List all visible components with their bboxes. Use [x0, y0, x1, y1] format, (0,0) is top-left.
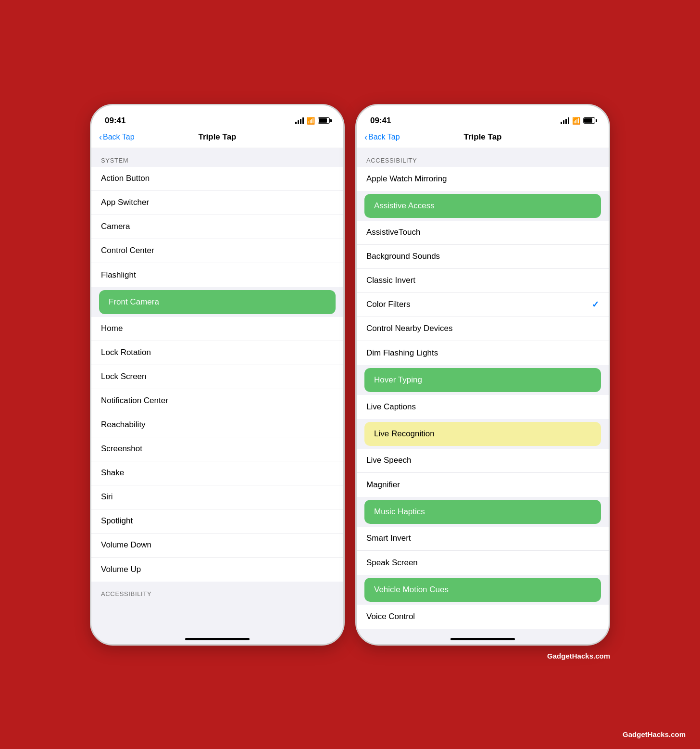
list-item[interactable]: Control Center — [91, 239, 343, 263]
item-label: Hover Typing — [374, 375, 422, 385]
list-item-front-camera[interactable]: Front Camera — [99, 290, 336, 314]
home-bar-right — [450, 638, 515, 640]
status-icons-right: 📶 — [561, 117, 595, 125]
item-label: Speak Screen — [366, 558, 418, 568]
list-item[interactable]: Home — [91, 317, 343, 341]
signal-icon — [295, 117, 304, 124]
item-label: AssistiveTouch — [366, 228, 420, 237]
item-label: Siri — [101, 492, 113, 502]
signal-icon — [561, 117, 569, 124]
item-label: Home — [101, 324, 123, 333]
chevron-left-icon: ‹ — [364, 133, 367, 141]
list-item[interactable]: Control Nearby Devices — [357, 317, 609, 341]
watermark-label: GadgetHacks.com — [623, 730, 686, 738]
list-item[interactable]: App Switcher — [91, 191, 343, 215]
list-item[interactable]: Screenshot — [91, 437, 343, 461]
checkmark-icon: ✓ — [592, 299, 599, 310]
item-label: Camera — [101, 222, 130, 231]
list-item[interactable]: Flashlight — [91, 263, 343, 287]
item-label: Shake — [101, 468, 124, 478]
list-item-assistive-access[interactable]: Assistive Access — [364, 194, 601, 218]
list-item[interactable]: Color Filters ✓ — [357, 293, 609, 317]
section-accessibility-header-right: ACCESSIBILITY — [357, 148, 609, 167]
phone-left: 09:41 📶 ‹ Back Tap Triple Tap SYSTEM — [90, 104, 345, 646]
back-button-right[interactable]: ‹ Back Tap — [364, 133, 400, 141]
item-label: App Switcher — [101, 198, 149, 207]
item-label: Front Camera — [109, 297, 159, 307]
list-item[interactable]: Reachability — [91, 413, 343, 437]
item-label: Music Haptics — [374, 507, 425, 517]
item-label: Classic Invert — [366, 276, 415, 285]
content-left: SYSTEM Action Button App Switcher Camera… — [91, 148, 343, 629]
list-item[interactable]: Siri — [91, 485, 343, 509]
wifi-icon: 📶 — [307, 117, 315, 125]
battery-icon — [318, 117, 330, 124]
nav-title-right: Triple Tap — [463, 132, 501, 142]
list-item[interactable]: Smart Invert — [357, 527, 609, 551]
list-item-vehicle-motion-cues[interactable]: Vehicle Motion Cues — [364, 578, 601, 602]
system-items-list: Action Button App Switcher Camera Contro… — [91, 167, 343, 287]
item-label: Flashlight — [101, 270, 136, 280]
nav-bar-left: ‹ Back Tap Triple Tap — [91, 129, 343, 148]
list-item[interactable]: Magnifier — [357, 473, 609, 497]
item-label: Lock Rotation — [101, 348, 151, 357]
list-item[interactable]: Camera — [91, 215, 343, 239]
item-label: Color Filters — [366, 300, 411, 309]
accessibility-items-list: Apple Watch Mirroring — [357, 167, 609, 191]
status-bar-right: 09:41 📶 — [357, 105, 609, 129]
nav-title-left: Triple Tap — [198, 132, 236, 142]
item-label: Assistive Access — [374, 201, 435, 211]
list-item-live-recognition[interactable]: Live Recognition — [364, 422, 601, 446]
item-label: Dim Flashing Lights — [366, 348, 438, 358]
list-item[interactable]: Spotlight — [91, 509, 343, 533]
item-label: Notification Center — [101, 396, 168, 406]
list-item[interactable]: Action Button — [91, 167, 343, 191]
list-item[interactable]: Volume Up — [91, 558, 343, 582]
list-item[interactable]: Background Sounds — [357, 245, 609, 269]
item-label: Action Button — [101, 174, 150, 183]
list-item[interactable]: Voice Control — [357, 605, 609, 629]
home-bar-left — [185, 638, 250, 640]
status-bar-left: 09:41 📶 — [91, 105, 343, 129]
item-label: Volume Up — [101, 565, 141, 574]
system-items-list-2: Home Lock Rotation Lock Screen Notificat… — [91, 317, 343, 582]
item-label: Magnifier — [366, 480, 400, 490]
back-button-left[interactable]: ‹ Back Tap — [99, 133, 135, 141]
section-accessibility-header-left: ACCESSIBILITY — [91, 582, 343, 600]
item-label: Live Speech — [366, 456, 412, 465]
battery-icon — [583, 117, 595, 124]
accessibility-items-list-6: Voice Control — [357, 605, 609, 629]
list-item[interactable]: Notification Center — [91, 389, 343, 413]
list-item[interactable]: Speak Screen — [357, 551, 609, 575]
item-label: Smart Invert — [366, 533, 411, 543]
list-item[interactable]: Shake — [91, 461, 343, 485]
item-label: Background Sounds — [366, 252, 440, 261]
wifi-icon: 📶 — [572, 117, 580, 125]
chevron-left-icon: ‹ — [99, 133, 102, 141]
accessibility-items-list-3: Live Captions — [357, 395, 609, 419]
item-label: Apple Watch Mirroring — [366, 174, 447, 184]
nav-bar-right: ‹ Back Tap Triple Tap — [357, 129, 609, 148]
item-label: Control Nearby Devices — [366, 324, 453, 333]
item-label: Live Recognition — [374, 429, 435, 439]
item-label: Live Captions — [366, 402, 416, 412]
list-item[interactable]: AssistiveTouch — [357, 221, 609, 245]
list-item[interactable]: Apple Watch Mirroring — [357, 167, 609, 191]
list-item-music-haptics[interactable]: Music Haptics — [364, 500, 601, 524]
list-item[interactable]: Lock Screen — [91, 365, 343, 389]
home-indicator-right — [357, 629, 609, 644]
list-item[interactable]: Lock Rotation — [91, 341, 343, 365]
item-label: Spotlight — [101, 516, 133, 526]
status-icons-left: 📶 — [295, 117, 330, 125]
item-label: Control Center — [101, 246, 154, 255]
item-label: Lock Screen — [101, 372, 147, 381]
watermark: GadgetHacks.com — [547, 652, 610, 660]
list-item[interactable]: Dim Flashing Lights — [357, 341, 609, 365]
list-item[interactable]: Live Speech — [357, 449, 609, 473]
list-item[interactable]: Live Captions — [357, 395, 609, 419]
time-right: 09:41 — [370, 116, 391, 126]
list-item[interactable]: Classic Invert — [357, 269, 609, 293]
list-item[interactable]: Volume Down — [91, 533, 343, 558]
list-item-hover-typing[interactable]: Hover Typing — [364, 368, 601, 392]
home-indicator-left — [91, 629, 343, 644]
